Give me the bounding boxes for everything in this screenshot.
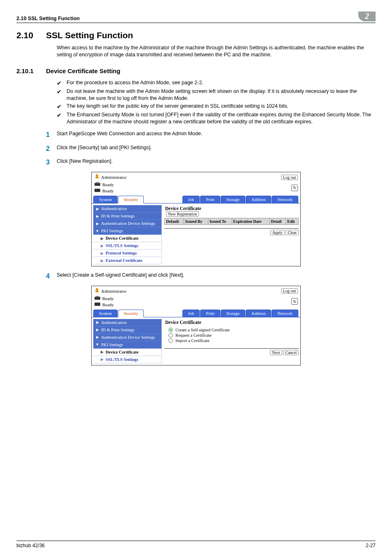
admin-label: Administrator: [101, 175, 127, 180]
step-text: Click [New Registration].: [57, 158, 113, 167]
new-registration-button[interactable]: New Registration: [166, 211, 199, 217]
check-item: The Enhanced Security Mode is not turned…: [67, 111, 376, 125]
cancel-button[interactable]: Cancel: [283, 350, 299, 355]
tab-job[interactable]: Job: [182, 310, 200, 317]
section-intro: When access to the machine by the Admini…: [57, 44, 376, 58]
step-number: 4: [46, 272, 57, 281]
admin-icon: [94, 173, 100, 181]
step-number: 2: [46, 144, 57, 153]
col-detail: Detail: [270, 218, 286, 225]
check-icon: ✔: [57, 88, 67, 102]
tab-print[interactable]: Print: [200, 196, 220, 203]
printer-icon: [94, 182, 101, 187]
tab-storage[interactable]: Storage: [221, 196, 245, 203]
chevron-right-icon: ▶: [100, 259, 104, 263]
sidebar: ▶Authentication ▶ID & Print Settings ▶Au…: [93, 319, 161, 363]
logout-button[interactable]: Log out: [281, 288, 298, 294]
tab-system[interactable]: System: [93, 310, 118, 317]
sidebar-sub-device-cert[interactable]: ▶Device Certificate: [93, 349, 161, 356]
tab-address[interactable]: Address: [246, 310, 271, 317]
step-number: 1: [46, 130, 57, 139]
radio-self-signed[interactable]: [168, 328, 173, 332]
tab-print[interactable]: Print: [200, 310, 220, 317]
running-header: 2.10 SSL Setting Function 2: [16, 12, 376, 23]
step-text: Select [Create a Self-signed Certificate…: [57, 272, 184, 281]
clear-button[interactable]: Clear: [286, 230, 299, 235]
sidebar-sub-external-cert[interactable]: ▶External Certificate: [93, 257, 161, 264]
sidebar-sub-label: Device Certificate: [106, 350, 138, 354]
chevron-right-icon: ▶: [95, 320, 99, 324]
sidebar-item-id-print[interactable]: ▶ID & Print Settings: [93, 213, 161, 220]
tab-network[interactable]: Network: [272, 310, 298, 317]
svg-rect-9: [95, 303, 100, 306]
step-number: 3: [46, 158, 57, 167]
status-text: Ready: [102, 182, 114, 187]
tab-storage[interactable]: Storage: [221, 310, 245, 317]
footer-left: bizhub 42/36: [16, 543, 45, 548]
logout-button[interactable]: Log out: [281, 175, 298, 180]
sidebar-item-authentication[interactable]: ▶Authentication: [93, 205, 161, 213]
radio-label: Import a Certificate: [175, 338, 210, 343]
panel-title: Device Certificate: [165, 206, 299, 211]
refresh-button[interactable]: ↻: [291, 185, 298, 191]
sidebar: ▶Authentication ▶ID & Print Settings ▶Au…: [93, 205, 161, 264]
svg-rect-7: [95, 297, 100, 300]
sidebar-item-label: Authentication Device Settings: [101, 335, 155, 340]
radio-label: Request a Certificate: [175, 333, 212, 338]
sidebar-sub-label: SSL/TLS Settings: [106, 243, 138, 248]
radio-request[interactable]: [168, 333, 173, 338]
tab-bar: System Security Job Print Storage Addres…: [92, 194, 300, 204]
radio-row-request[interactable]: Request a Certificate: [168, 333, 299, 338]
steps-list-cont: 4Select [Create a Self-signed Certificat…: [46, 272, 376, 281]
running-head-text: 2.10 SSL Setting Function: [16, 16, 358, 21]
steps-list: 1Start PageScope Web Connection and acce…: [46, 130, 376, 167]
sidebar-item-label: Authentication Device Settings: [101, 221, 155, 226]
sidebar-item-authentication[interactable]: ▶Authentication: [93, 319, 161, 326]
chevron-right-icon: ▶: [95, 207, 99, 211]
sidebar-sub-protocol[interactable]: ▶Protocol Settings: [93, 250, 161, 257]
tab-security[interactable]: Security: [118, 310, 144, 317]
check-icon: ✔: [57, 79, 67, 87]
col-default: Default: [165, 218, 184, 225]
sidebar-sub-ssl-tls[interactable]: ▶SSL/TLS Settings: [93, 356, 161, 363]
sidebar-sub-label: External Certificate: [106, 258, 143, 263]
tab-address[interactable]: Address: [246, 196, 271, 203]
sidebar-sub-label: Protocol Settings: [106, 251, 137, 255]
check-item: Do not leave the machine with the Admin …: [67, 88, 376, 102]
status-text: Ready: [102, 296, 114, 301]
check-item: For the procedure to access the Admin Mo…: [67, 79, 203, 87]
refresh-button[interactable]: ↻: [291, 298, 298, 305]
scanner-icon: [94, 188, 101, 194]
radio-row-import[interactable]: Import a Certificate: [168, 338, 299, 343]
radio-import[interactable]: [168, 338, 173, 343]
tab-network[interactable]: Network: [272, 196, 298, 203]
sidebar-item-auth-device[interactable]: ▶Authentication Device Settings: [93, 334, 161, 341]
scanner-icon: [94, 302, 101, 308]
sidebar-item-pki[interactable]: ▼PKI Settings: [93, 341, 161, 349]
tab-job[interactable]: Job: [182, 196, 200, 203]
sidebar-sub-device-cert[interactable]: ▶Device Certificate: [93, 235, 161, 242]
chevron-right-icon: ▶: [100, 236, 104, 240]
apply-button[interactable]: Apply: [270, 230, 285, 235]
screenshot-device-certificate-create: Administrator Log out Ready Ready ↻ Syst…: [91, 286, 301, 365]
step-text: Start PageScope Web Connection and acces…: [57, 130, 202, 139]
section-number: 2.10: [16, 30, 46, 40]
subsection-number: 2.10.1: [16, 67, 46, 74]
sidebar-item-label: ID & Print Settings: [101, 214, 134, 218]
sidebar-item-pki[interactable]: ▼PKI Settings: [93, 227, 161, 235]
sidebar-item-auth-device[interactable]: ▶Authentication Device Settings: [93, 220, 161, 227]
radio-row-self-signed[interactable]: Create a Self-signed Certificate: [168, 327, 299, 333]
sidebar-sub-ssl-tls[interactable]: ▶SSL/TLS Settings: [93, 242, 161, 250]
prereq-list: ✔For the procedure to access the Admin M…: [57, 79, 376, 125]
footer-right: 2-27: [366, 543, 376, 548]
check-item: The key length set for the public key of…: [67, 103, 288, 111]
tab-system[interactable]: System: [93, 196, 118, 203]
next-button[interactable]: Next: [270, 350, 282, 355]
step-text: Click the [Security] tab and [PKI Settin…: [57, 144, 152, 153]
tab-security[interactable]: Security: [118, 196, 144, 204]
tab-bar: System Security Job Print Storage Addres…: [92, 308, 300, 317]
sidebar-item-id-print[interactable]: ▶ID & Print Settings: [93, 326, 161, 334]
sidebar-sub-label: Device Certificate: [106, 236, 138, 240]
col-issued-to: Issued To: [208, 218, 232, 225]
chevron-right-icon: ▶: [100, 251, 104, 255]
